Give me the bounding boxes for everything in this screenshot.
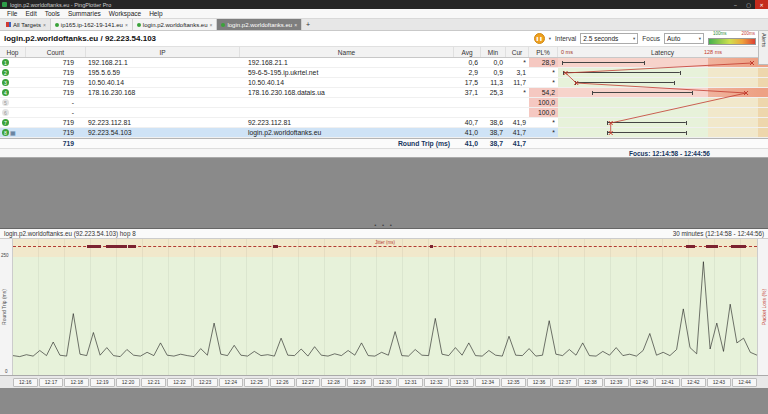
- packet-loss-mark: [430, 245, 434, 248]
- cell-count: 719: [26, 68, 86, 77]
- trace-row-hop-2[interactable]: 2719195.5.6.5959-6-5-195.ip.ukrtel.net2,…: [0, 68, 768, 78]
- timeline-title: login.p2.worldoftanks.eu (92.223.54.103)…: [4, 230, 136, 237]
- close-tab-icon[interactable]: ×: [294, 22, 297, 28]
- menu-edit[interactable]: Edit: [21, 10, 40, 17]
- time-label[interactable]: 12:34: [475, 378, 500, 387]
- time-label[interactable]: 12:35: [501, 378, 526, 387]
- time-label[interactable]: 12:18: [64, 378, 89, 387]
- tab-target-1[interactable]: ip165.ip-162-19-141.eu×: [51, 19, 133, 30]
- time-label[interactable]: 12:24: [219, 378, 244, 387]
- time-label[interactable]: 12:43: [707, 378, 732, 387]
- trace-row-hop-1[interactable]: 1719192.168.21.1192.168.21.10,60,0*28,9: [0, 58, 768, 68]
- hop-number-icon: 7: [2, 119, 9, 126]
- maximize-button[interactable]: ▢: [742, 0, 755, 9]
- time-label[interactable]: 12:19: [90, 378, 115, 387]
- header-ip[interactable]: IP: [86, 47, 240, 57]
- trace-row-hop-6[interactable]: 6-100,0: [0, 108, 768, 118]
- cell-ip: [86, 98, 240, 107]
- time-label[interactable]: 12:36: [527, 378, 552, 387]
- close-tab-icon[interactable]: ×: [210, 22, 213, 28]
- header-latency[interactable]: 0 ms Latency 128 ms: [558, 47, 768, 57]
- cell-count: -: [26, 108, 86, 117]
- header-cur[interactable]: Cur: [506, 47, 529, 57]
- trace-row-hop-3[interactable]: 371910.50.40.1410.50.40.1417,511,311,7*: [0, 78, 768, 88]
- timeline-graph[interactable]: Round Trip (ms) 250 0 Jitter (ms) Packet…: [0, 239, 768, 375]
- summary-hop-cell: [0, 139, 26, 148]
- time-label[interactable]: 12:30: [373, 378, 398, 387]
- interval-select[interactable]: 2.5 seconds ▾: [580, 33, 638, 44]
- header-min[interactable]: Min: [481, 47, 506, 57]
- alerts-tab[interactable]: Alerts: [758, 31, 768, 65]
- hop-number-icon: 3: [2, 79, 9, 86]
- header-pl[interactable]: PL%: [529, 47, 558, 57]
- time-label[interactable]: 12:26: [270, 378, 295, 387]
- hop-number-icon: 6: [2, 109, 9, 116]
- time-label[interactable]: 12:20: [116, 378, 141, 387]
- packet-loss-mark: [87, 245, 100, 248]
- chevron-down-icon: ▾: [633, 36, 635, 41]
- header-avg[interactable]: Avg: [454, 47, 481, 57]
- time-label[interactable]: 12:39: [604, 378, 629, 387]
- header-count[interactable]: Count: [26, 47, 86, 57]
- trace-row-hop-4[interactable]: 4719178.16.230.168178.16.230.168.datais.…: [0, 88, 768, 98]
- y-axis-min-tick: 0: [5, 369, 8, 374]
- chevron-down-icon[interactable]: ▾: [549, 36, 551, 41]
- trace-table-header: Hop Count IP Name Avg Min Cur PL% 0 ms L…: [0, 47, 768, 58]
- time-label[interactable]: 12:22: [167, 378, 192, 387]
- tab-target-3[interactable]: login.p2.worldoftanks.eu×: [217, 19, 302, 30]
- close-tab-icon[interactable]: ×: [43, 22, 46, 28]
- header-name[interactable]: Name: [240, 47, 454, 57]
- cell-pl: *: [529, 118, 558, 127]
- header-hop[interactable]: Hop: [0, 47, 26, 57]
- pause-button[interactable]: ❚❚: [534, 33, 545, 44]
- menu-file[interactable]: File: [3, 10, 21, 17]
- timeline-plot[interactable]: Jitter (ms): [13, 239, 757, 375]
- trace-rows: 1719192.168.21.1192.168.21.10,60,0*28,92…: [0, 58, 768, 138]
- latency-trace-line: [13, 239, 757, 375]
- trace-row-hop-8[interactable]: 8▦71992.223.54.103login.p2.worldoftanks.…: [0, 128, 768, 138]
- time-label[interactable]: 12:29: [347, 378, 372, 387]
- menu-help[interactable]: Help: [145, 10, 166, 17]
- time-label[interactable]: 12:40: [630, 378, 655, 387]
- time-label[interactable]: 12:23: [193, 378, 218, 387]
- menu-tools[interactable]: Tools: [41, 10, 64, 17]
- trace-row-hop-5[interactable]: 5-100,0: [0, 98, 768, 108]
- latency-range-bar: [575, 81, 675, 85]
- time-label[interactable]: 12:37: [552, 378, 577, 387]
- time-label[interactable]: 12:44: [732, 378, 757, 387]
- trace-row-hop-7[interactable]: 771992.223.112.8192.223.112.8140,738,641…: [0, 118, 768, 128]
- focus-select[interactable]: Auto ▾: [664, 33, 704, 44]
- close-tab-icon[interactable]: ×: [125, 22, 128, 28]
- time-label[interactable]: 12:25: [244, 378, 269, 387]
- packet-loss-mark: [106, 245, 127, 248]
- time-label[interactable]: 12:33: [450, 378, 475, 387]
- cell-min: 25,3: [481, 88, 506, 97]
- time-label[interactable]: 12:27: [296, 378, 321, 387]
- tab-all-targets[interactable]: All Targets×: [2, 19, 51, 30]
- cell-ip: 192.168.21.1: [86, 58, 240, 67]
- close-button[interactable]: ✕: [755, 0, 768, 9]
- cell-cur: 41,7: [506, 128, 529, 137]
- pane-splitter[interactable]: • • •: [0, 158, 768, 228]
- time-label[interactable]: 12:17: [39, 378, 64, 387]
- cell-pl: *: [529, 78, 558, 87]
- hop-number-icon: 8: [2, 129, 9, 136]
- time-label[interactable]: 12:38: [578, 378, 603, 387]
- time-label[interactable]: 12:31: [398, 378, 423, 387]
- new-tab-button[interactable]: +: [302, 19, 314, 30]
- splitter-handle-icon[interactable]: • • •: [374, 222, 394, 228]
- menu-workspace[interactable]: Workspace: [105, 10, 145, 17]
- tab-target-2[interactable]: login.p2.worldoftanks.eu×: [133, 19, 218, 30]
- minimize-button[interactable]: –: [729, 0, 742, 9]
- cell-name: 178.16.230.168.datais.ua: [240, 88, 454, 97]
- time-label[interactable]: 12:16: [13, 378, 38, 387]
- time-label[interactable]: 12:21: [141, 378, 166, 387]
- menu-summaries[interactable]: Summaries: [64, 10, 105, 17]
- cell-ip: 92.223.54.103: [86, 128, 240, 137]
- chevron-down-icon: ▾: [699, 36, 701, 41]
- time-label[interactable]: 12:42: [681, 378, 706, 387]
- time-label[interactable]: 12:32: [424, 378, 449, 387]
- legend-low-label: 100ms: [713, 31, 727, 36]
- time-label[interactable]: 12:41: [655, 378, 680, 387]
- time-label[interactable]: 12:28: [321, 378, 346, 387]
